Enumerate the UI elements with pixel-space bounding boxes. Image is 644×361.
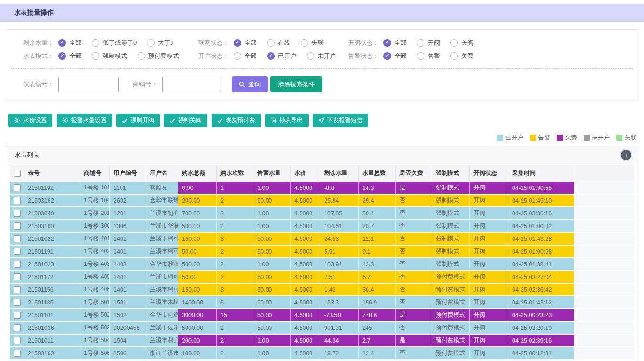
- legend-label: 欠费: [565, 134, 577, 142]
- radio-option[interactable]: 关阀: [450, 39, 473, 47]
- radio-option[interactable]: 全部: [234, 52, 257, 60]
- cell-price: 4.5000: [291, 246, 320, 257]
- meter-list-panel: 水表列表 ↑ 表号商铺号用户编号用户名购水总额购水次数告警水量水价剩余水量水量总…: [7, 146, 637, 361]
- cell-mode: 强制模式: [432, 233, 470, 245]
- legend-swatch: [530, 135, 536, 141]
- radio-option[interactable]: 在线: [267, 39, 290, 47]
- radio-option[interactable]: 大于0: [147, 39, 173, 47]
- cell-shop_no: 1号楼 406: [80, 284, 110, 295]
- meter-no-input[interactable]: [58, 77, 119, 92]
- cell-in_arrears: 否: [396, 284, 432, 295]
- row-checkbox[interactable]: [14, 312, 21, 319]
- select-all-checkbox[interactable]: [14, 170, 21, 177]
- shop-no-input[interactable]: [162, 77, 222, 92]
- action-button[interactable]: 报警水量设置: [57, 114, 112, 127]
- row-checkbox[interactable]: [14, 235, 21, 242]
- cell-price: 4.5000: [291, 347, 320, 359]
- panel-header: 水表列表 ↑: [7, 146, 637, 164]
- cell-valve: 开阀: [470, 207, 508, 219]
- action-button[interactable]: 强制开阀: [116, 114, 160, 127]
- search-button[interactable]: 查询: [232, 76, 268, 92]
- legend-swatch: [616, 135, 622, 141]
- action-button[interactable]: 强制关阀: [164, 114, 207, 127]
- gear-icon: [14, 117, 20, 123]
- row-checkbox-cell: [10, 309, 24, 321]
- row-checkbox[interactable]: [14, 324, 21, 331]
- cell-remaining: 163.3: [320, 296, 359, 308]
- row-checkbox[interactable]: [14, 248, 21, 255]
- table-row: 215010361号楼 50300200455兰溪市佐禾饭店5000.00250…: [10, 322, 634, 334]
- row-checkbox-cell: [10, 271, 24, 283]
- cell-mode: 预付费模式: [432, 347, 470, 359]
- row-checkbox[interactable]: [14, 210, 21, 217]
- clear-search-button[interactable]: 清除搜索条件: [270, 76, 322, 92]
- action-button[interactable]: 下发报警短信: [313, 114, 368, 127]
- action-button[interactable]: 水价设置: [8, 114, 52, 127]
- radio-icon: [450, 39, 458, 47]
- row-checkbox[interactable]: [14, 337, 21, 344]
- radio-option[interactable]: 强制模式: [92, 52, 127, 60]
- row-checkbox-cell: [10, 322, 24, 334]
- cell-user_no: 1401: [110, 271, 146, 283]
- cell-purchase_count: 3: [217, 233, 253, 245]
- cell-valve: 开阀: [470, 347, 508, 359]
- cell-purchase_count: 2: [217, 335, 253, 346]
- cell-valve: 开阀: [470, 220, 508, 232]
- row-checkbox[interactable]: [14, 273, 21, 280]
- cell-price: 4.5000: [291, 322, 320, 334]
- radio-option-label: 全部: [394, 52, 407, 60]
- row-checkbox[interactable]: [14, 350, 21, 357]
- row-checkbox[interactable]: [14, 261, 21, 268]
- cell-in_arrears: 否: [396, 233, 432, 245]
- radio-icon: [267, 39, 275, 47]
- action-button-label: 恢复预付费: [226, 116, 255, 124]
- cell-meter_no: 21503163: [24, 347, 80, 359]
- radio-option[interactable]: 已开户: [267, 52, 296, 60]
- cell-remaining: 107.85: [320, 207, 359, 219]
- row-checkbox[interactable]: [14, 299, 21, 306]
- cell-price: 4.5000: [291, 195, 320, 206]
- radio-option[interactable]: 未开户: [307, 52, 336, 60]
- cell-alarm_volume: 50.00: [253, 309, 291, 321]
- cell-user_no: 1502: [110, 309, 146, 321]
- radio-option[interactable]: 告警: [417, 52, 440, 60]
- row-checkbox[interactable]: [14, 222, 21, 230]
- legend-item: 已开户: [497, 134, 523, 142]
- cell-user_name: 兰溪市栩可锁业: [146, 284, 178, 295]
- cell-user_no: 1101: [110, 182, 146, 194]
- radio-option-label: 全部: [69, 39, 82, 47]
- radio-option[interactable]: 全部: [383, 39, 407, 47]
- radio-option[interactable]: 开阀: [417, 39, 440, 47]
- radio-option[interactable]: 预付费模式: [138, 52, 179, 60]
- radio-option[interactable]: 全部: [234, 39, 257, 47]
- radio-option[interactable]: 欠费: [450, 52, 473, 60]
- table-row: 215030401号楼 2011201兰溪市初心饭店700.0031.004.5…: [10, 207, 634, 219]
- cell-purchase_total: 700.00: [178, 207, 217, 219]
- check-icon: [217, 118, 223, 123]
- cell-meter_no: 21501036: [24, 322, 80, 334]
- action-button[interactable]: 抄表导出: [265, 114, 309, 127]
- row-checkbox[interactable]: [14, 286, 21, 293]
- file-icon: [271, 117, 277, 123]
- radio-option-label: 预付费模式: [148, 52, 179, 60]
- row-checkbox[interactable]: [14, 184, 21, 191]
- radio-option[interactable]: 全部: [383, 52, 407, 60]
- cell-meter_no: 21501101: [24, 309, 80, 321]
- row-checkbox-cell: [10, 258, 24, 270]
- action-button-label: 强制关阀: [178, 116, 202, 124]
- radio-option[interactable]: 失联: [301, 39, 324, 47]
- cell-valve: 开阀: [470, 322, 508, 334]
- filter-group: 告警状态：全部告警欠费: [348, 52, 484, 60]
- legend-swatch: [497, 135, 503, 141]
- radio-option[interactable]: 全部: [58, 39, 82, 47]
- radio-option[interactable]: 低于或等于0: [92, 39, 137, 47]
- cell-valve: 开阀: [470, 335, 508, 346]
- cell-in_arrears: 否: [396, 271, 432, 283]
- row-checkbox-cell: [10, 246, 24, 257]
- collapse-button[interactable]: ↑: [621, 150, 631, 160]
- action-button[interactable]: 恢复预付费: [212, 114, 261, 127]
- cell-alarm_volume: 1.00: [253, 207, 291, 219]
- radio-option[interactable]: 全部: [58, 52, 82, 60]
- column-header: 用户名: [146, 165, 178, 181]
- row-checkbox[interactable]: [14, 197, 21, 204]
